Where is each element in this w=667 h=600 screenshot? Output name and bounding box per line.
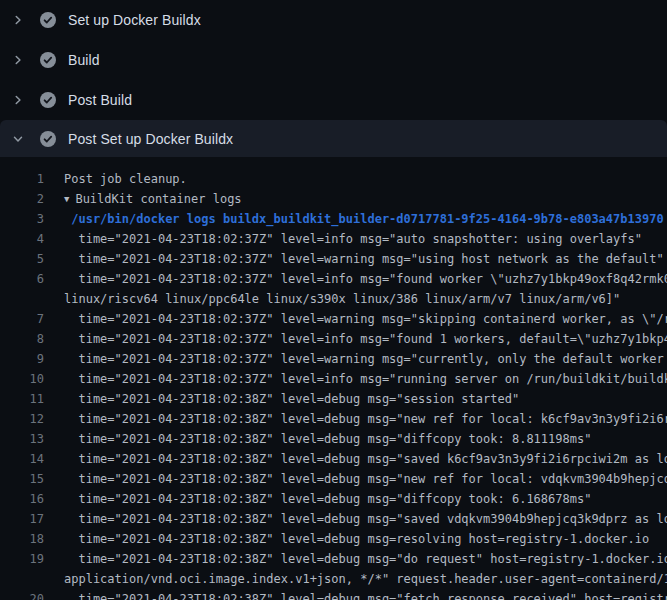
log-line-text: time="2021-04-23T18:02:38Z" level=debug …	[44, 509, 667, 529]
log-line: 19 time="2021-04-23T18:02:38Z" level=deb…	[0, 549, 667, 569]
log-line-number[interactable]	[0, 569, 44, 589]
log-line-number[interactable]: 1	[0, 169, 44, 189]
log-line: 9 time="2021-04-23T18:02:37Z" level=warn…	[0, 349, 667, 369]
steps-list: Set up Docker BuildxBuildPost BuildPost …	[0, 0, 667, 157]
log-line: 12 time="2021-04-23T18:02:38Z" level=deb…	[0, 409, 667, 429]
log-line-number[interactable]: 14	[0, 449, 44, 469]
log-line-text: time="2021-04-23T18:02:38Z" level=debug …	[44, 549, 667, 569]
log-line-text: ▼BuildKit container logs	[44, 189, 242, 209]
workflow-job-log-viewer: Set up Docker BuildxBuildPost BuildPost …	[0, 0, 667, 600]
log-line-text: time="2021-04-23T18:02:37Z" level=info m…	[44, 229, 642, 249]
log-line-number[interactable]: 5	[0, 249, 44, 269]
log-line: 20 time="2021-04-23T18:02:38Z" level=deb…	[0, 589, 667, 600]
log-line-number[interactable]: 9	[0, 349, 44, 369]
log-line: 7 time="2021-04-23T18:02:37Z" level=warn…	[0, 309, 667, 329]
log-line-number[interactable]: 2	[0, 189, 44, 209]
log-line-number[interactable]: 20	[0, 589, 44, 600]
log-line-continuation: linux/riscv64 linux/ppc64le linux/s390x …	[0, 289, 667, 309]
log-line-number[interactable]: 8	[0, 329, 44, 349]
log-line: 15 time="2021-04-23T18:02:38Z" level=deb…	[0, 469, 667, 489]
log-line-number[interactable]: 18	[0, 529, 44, 549]
log-line-text: linux/riscv64 linux/ppc64le linux/s390x …	[44, 289, 620, 309]
group-toggle-icon[interactable]: ▼	[64, 189, 69, 209]
log-line-text: time="2021-04-23T18:02:38Z" level=debug …	[44, 589, 667, 600]
log-line: 8 time="2021-04-23T18:02:37Z" level=info…	[0, 329, 667, 349]
log-line-text: time="2021-04-23T18:02:38Z" level=debug …	[44, 409, 667, 429]
log-line-text: time="2021-04-23T18:02:37Z" level=warnin…	[44, 309, 667, 329]
log-line-text: /usr/bin/docker logs buildx_buildkit_bui…	[44, 209, 664, 229]
log-line-text: time="2021-04-23T18:02:38Z" level=debug …	[44, 449, 667, 469]
log-line-number[interactable]: 4	[0, 229, 44, 249]
step-label: Build	[68, 52, 100, 68]
log-line-number[interactable]: 16	[0, 489, 44, 509]
chevron-right-icon[interactable]	[10, 52, 26, 68]
log-line-text: time="2021-04-23T18:02:37Z" level=info m…	[44, 329, 667, 349]
log-line-text: Post job cleanup.	[44, 169, 187, 189]
log-line-text: time="2021-04-23T18:02:37Z" level=warnin…	[44, 349, 667, 369]
check-circle-icon	[39, 51, 57, 69]
log-line: 11 time="2021-04-23T18:02:38Z" level=deb…	[0, 389, 667, 409]
log-line: 2▼BuildKit container logs	[0, 189, 667, 209]
check-circle-icon	[39, 130, 57, 148]
log-line-text: time="2021-04-23T18:02:37Z" level=warnin…	[44, 249, 664, 269]
log-line: 1Post job cleanup.	[0, 169, 667, 189]
log-line-text: time="2021-04-23T18:02:37Z" level=info m…	[44, 269, 667, 289]
log-line-text: time="2021-04-23T18:02:38Z" level=debug …	[44, 469, 667, 489]
log-line: 10 time="2021-04-23T18:02:37Z" level=inf…	[0, 369, 667, 389]
chevron-right-icon[interactable]	[10, 92, 26, 108]
log-line-text: time="2021-04-23T18:02:37Z" level=info m…	[44, 369, 667, 389]
log-line: 14 time="2021-04-23T18:02:38Z" level=deb…	[0, 449, 667, 469]
log-line-number[interactable]: 7	[0, 309, 44, 329]
log-line-number[interactable]: 13	[0, 429, 44, 449]
log-line: 13 time="2021-04-23T18:02:38Z" level=deb…	[0, 429, 667, 449]
log-line: 16 time="2021-04-23T18:02:38Z" level=deb…	[0, 489, 667, 509]
log-line: 18 time="2021-04-23T18:02:38Z" level=deb…	[0, 529, 667, 549]
check-circle-icon	[39, 11, 57, 29]
log-line-number[interactable]: 17	[0, 509, 44, 529]
log-line-number[interactable]: 10	[0, 369, 44, 389]
log-line: 5 time="2021-04-23T18:02:37Z" level=warn…	[0, 249, 667, 269]
chevron-down-icon[interactable]	[10, 131, 26, 147]
step-row-set-up-docker-buildx[interactable]: Set up Docker Buildx	[0, 0, 667, 40]
step-row-post-set-up-docker-buildx[interactable]: Post Set up Docker Buildx	[0, 120, 667, 157]
log-line-text: time="2021-04-23T18:02:38Z" level=debug …	[44, 529, 649, 549]
step-label: Set up Docker Buildx	[68, 12, 201, 28]
log-line-text: time="2021-04-23T18:02:38Z" level=debug …	[44, 389, 519, 409]
log-line: 6 time="2021-04-23T18:02:37Z" level=info…	[0, 269, 667, 289]
log-line-text: time="2021-04-23T18:02:38Z" level=debug …	[44, 429, 591, 449]
log-line-number[interactable]: 19	[0, 549, 44, 569]
log-line-number[interactable]: 12	[0, 409, 44, 429]
check-circle-icon	[39, 91, 57, 109]
log-line-number[interactable]: 6	[0, 269, 44, 289]
log-line-text: application/vnd.oci.image.index.v1+json,…	[44, 569, 667, 589]
log-line: 17 time="2021-04-23T18:02:38Z" level=deb…	[0, 509, 667, 529]
log-line-number[interactable]: 15	[0, 469, 44, 489]
log-line-number[interactable]: 3	[0, 209, 44, 229]
log-line-number[interactable]	[0, 289, 44, 309]
step-row-post-build[interactable]: Post Build	[0, 80, 667, 120]
log-line-continuation: application/vnd.oci.image.index.v1+json,…	[0, 569, 667, 589]
log-line: 3 /usr/bin/docker logs buildx_buildkit_b…	[0, 209, 667, 229]
log-line-text: time="2021-04-23T18:02:38Z" level=debug …	[44, 489, 591, 509]
chevron-right-icon[interactable]	[10, 12, 26, 28]
step-row-build[interactable]: Build	[0, 40, 667, 80]
log-panel: 1Post job cleanup.2▼BuildKit container l…	[0, 157, 667, 600]
log-line-number[interactable]: 11	[0, 389, 44, 409]
log-line: 4 time="2021-04-23T18:02:37Z" level=info…	[0, 229, 667, 249]
step-label: Post Build	[68, 92, 132, 108]
group-title: BuildKit container logs	[75, 192, 241, 206]
step-label: Post Set up Docker Buildx	[68, 131, 233, 147]
